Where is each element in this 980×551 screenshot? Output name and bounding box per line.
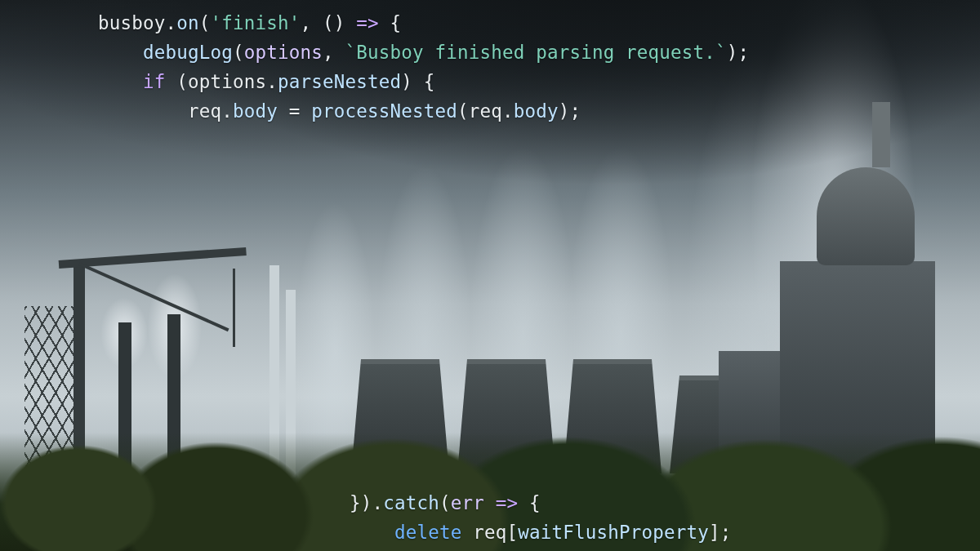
code-token: debugLog: [143, 42, 233, 63]
code-token: busboy: [98, 12, 165, 33]
code-token: catch: [383, 492, 439, 513]
code-token: .: [502, 100, 514, 122]
code-token: (: [439, 492, 451, 513]
code-token: .: [165, 12, 176, 33]
code-token: body: [233, 100, 278, 122]
code-token: {: [379, 12, 402, 33]
code-token: processNested: [311, 100, 457, 122]
code-token: `Busboy finished parsing request.`: [345, 42, 726, 63]
code-token: [: [506, 522, 518, 543]
code-token: 'finish': [210, 12, 300, 33]
code-token: =>: [356, 12, 379, 33]
code-token: , (): [300, 12, 356, 33]
code-token: parseNested: [278, 71, 401, 92]
code-overlay-top: busboy.on('finish', () => { debugLog(opt…: [98, 8, 749, 126]
code-token: =>: [496, 492, 519, 513]
code-token: .: [266, 71, 278, 92]
code-token: .: [221, 100, 233, 122]
code-token: options: [244, 42, 323, 63]
code-token: (: [457, 100, 469, 122]
code-indent: [98, 71, 143, 92]
code-token: (: [199, 12, 211, 33]
code-token: req: [473, 522, 506, 543]
code-token: ];: [709, 522, 732, 543]
code-overlay-bottom: }).catch(err => { delete req[waitFlushPr…: [350, 488, 731, 547]
code-token: );: [727, 42, 750, 63]
code-token: [461, 522, 473, 543]
code-token: [484, 492, 496, 513]
code-token: }).: [350, 492, 383, 513]
code-token: req: [188, 100, 221, 122]
code-indent: [98, 42, 143, 63]
code-token: {: [518, 492, 541, 513]
code-token: on: [176, 12, 199, 33]
code-token: (: [233, 42, 244, 63]
code-token: ,: [323, 42, 345, 63]
code-token: (: [166, 71, 189, 92]
code-token: if: [143, 71, 166, 92]
code-token: waitFlushProperty: [518, 522, 709, 543]
code-token: );: [559, 100, 581, 122]
code-token: err: [451, 492, 484, 513]
code-token: options: [188, 71, 266, 92]
code-token: req: [469, 100, 502, 122]
code-token: body: [514, 100, 559, 122]
code-token: =: [278, 100, 311, 122]
code-indent: [350, 522, 394, 543]
code-token: ) {: [401, 71, 434, 92]
code-token: delete: [394, 522, 461, 543]
code-indent: [98, 100, 188, 122]
